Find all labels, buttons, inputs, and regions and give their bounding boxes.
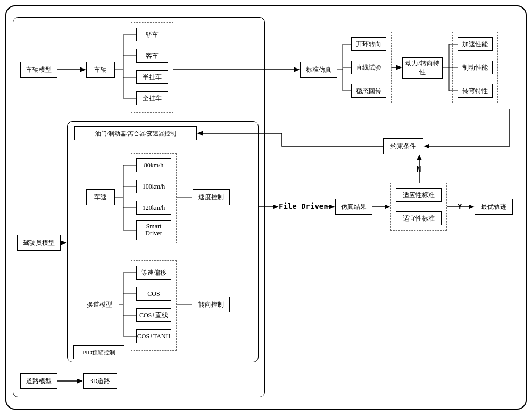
sim-test-1: 直线试验 [351,61,386,74]
vehicle-type-2: 半挂车 [136,70,168,84]
constraint: 约束条件 [383,138,423,154]
vehicle-type-1: 客车 [136,49,168,63]
branch-y: Y [458,202,462,210]
speed-1: 100km/h [136,180,171,193]
vehicle-box: 车辆 [86,62,115,78]
speed-2: 120km/h [136,201,171,215]
lane-2: COS+直线 [136,308,171,322]
file-driven-label: File Driven [279,202,328,210]
branch-n: N [417,165,421,173]
pid-box: PID预瞄控制 [73,345,124,359]
vehicle-type-0: 轿车 [136,28,168,41]
vehicle-model-label: 车辆模型 [20,62,57,78]
speed-label: 车速 [86,189,115,205]
dyn-steer: 动力/转向特性 [402,57,443,79]
criteria-0: 适应性标准 [396,188,442,202]
lane-3: COS+TANH [136,329,171,343]
vehicle-type-3: 全挂车 [136,91,168,105]
best-traj: 最优轨迹 [475,199,513,215]
perf-2: 转弯特性 [458,84,493,98]
speed-ctrl: 速度控制 [193,189,230,205]
sim-test-2: 稳态回转 [351,84,386,98]
road-model-label: 道路模型 [20,373,57,389]
perf-1: 制动性能 [458,61,493,74]
perf-0: 加速性能 [458,37,493,51]
lane-1: COS [136,287,171,301]
sim-test-0: 开环转向 [351,37,386,51]
std-sim: 标准仿真 [300,62,337,78]
road-3d: 3D道路 [83,373,117,389]
speed-3: Smart Driver [136,220,171,240]
driver-model-label: 驾驶员模型 [17,235,61,251]
criteria-1: 适宜性标准 [396,211,442,225]
steer-ctrl: 转向控制 [193,297,230,312]
speed-0: 80km/h [136,158,171,172]
lane-label: 换道模型 [80,297,119,312]
lane-0: 等速偏移 [136,266,171,280]
tbcg-box: 油门/制动器/离合器/变速器控制 [74,126,197,140]
sim-result: 仿真结果 [335,199,372,215]
